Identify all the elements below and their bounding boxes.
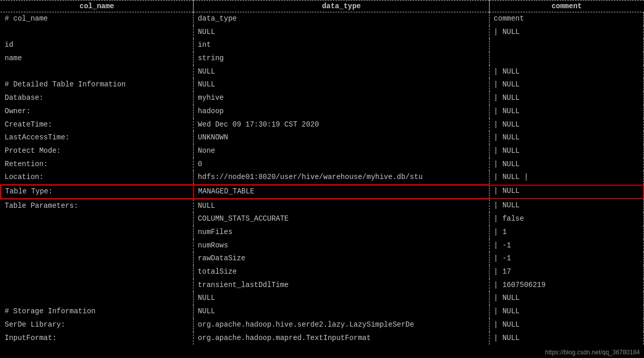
table-header-row: col_name data_type comment bbox=[1, 1, 644, 12]
terminal-window: col_name data_type comment # col_namedat… bbox=[0, 0, 644, 358]
cell-data-type: Wed Dec 09 17:30:19 CST 2020 bbox=[194, 118, 490, 132]
cell-comment: comment bbox=[490, 12, 644, 26]
cell-comment: | NULL bbox=[490, 199, 644, 213]
cell-col-name bbox=[1, 65, 194, 79]
table-row: NULL| NULL bbox=[1, 65, 644, 79]
cell-data-type: NULL bbox=[194, 65, 490, 79]
cell-col-name bbox=[1, 26, 194, 39]
table-row: InputFormat:org.apache.hadoop.mapred.Tex… bbox=[1, 332, 644, 345]
cell-col-name bbox=[1, 252, 194, 265]
cell-comment: | NULL bbox=[490, 332, 644, 345]
cell-col-name: InputFormat: bbox=[1, 332, 194, 345]
table-row: NULL| NULL bbox=[1, 292, 644, 305]
cell-data-type: NULL bbox=[194, 305, 490, 318]
cell-col-name: Table Parameters: bbox=[1, 199, 194, 213]
table-row: # Storage InformationNULL| NULL bbox=[1, 305, 644, 318]
cell-comment: | NULL bbox=[490, 292, 644, 305]
cell-col-name: LastAccessTime: bbox=[1, 131, 194, 145]
cell-col-name bbox=[1, 212, 194, 226]
table-row: COLUMN_STATS_ACCURATE| false bbox=[1, 212, 644, 226]
cell-data-type: hadoop bbox=[194, 105, 490, 118]
cell-data-type: NULL bbox=[194, 78, 490, 92]
table-row: namestring bbox=[1, 52, 644, 65]
table-row: Retention:0| NULL bbox=[1, 158, 644, 171]
header-col-name: col_name bbox=[1, 1, 194, 12]
cell-col-name: Location: bbox=[1, 171, 194, 185]
table-row: rawDataSize| -1 bbox=[1, 252, 644, 265]
cell-data-type: 0 bbox=[194, 158, 490, 171]
cell-comment: | 17 bbox=[490, 265, 644, 279]
cell-comment: | NULL bbox=[490, 78, 644, 92]
cell-comment: | NULL | bbox=[490, 171, 644, 185]
cell-data-type: MANAGED_TABLE bbox=[194, 185, 490, 199]
cell-data-type: None bbox=[194, 145, 490, 158]
cell-comment: | false bbox=[490, 212, 644, 226]
cell-col-name: Protect Mode: bbox=[1, 145, 194, 158]
table-row: Protect Mode:None| NULL bbox=[1, 145, 644, 158]
cell-col-name: name bbox=[1, 52, 194, 65]
table-row: numRows| -1 bbox=[1, 239, 644, 253]
cell-comment: | NULL bbox=[490, 305, 644, 318]
cell-col-name bbox=[1, 279, 194, 292]
cell-col-name: id bbox=[1, 39, 194, 52]
cell-col-name bbox=[1, 226, 194, 239]
table-row: numFiles| 1 bbox=[1, 226, 644, 239]
cell-comment: | 1607506219 bbox=[490, 279, 644, 292]
cell-data-type: rawDataSize bbox=[194, 252, 490, 265]
table-row: transient_lastDdlTime| 1607506219 bbox=[1, 279, 644, 292]
table-row: Table Type:MANAGED_TABLE| NULL bbox=[1, 185, 644, 199]
cell-comment: | -1 bbox=[490, 239, 644, 253]
cell-comment bbox=[490, 52, 644, 65]
cell-data-type: numFiles bbox=[194, 226, 490, 239]
table-row: CreateTime:Wed Dec 09 17:30:19 CST 2020|… bbox=[1, 118, 644, 132]
cell-comment: | NULL bbox=[490, 158, 644, 171]
cell-data-type: COLUMN_STATS_ACCURATE bbox=[194, 212, 490, 226]
watermark: https://blog.csdn.net/qq_36780184 bbox=[545, 349, 640, 356]
cell-data-type: NULL bbox=[194, 292, 490, 305]
cell-col-name: Database: bbox=[1, 92, 194, 105]
cell-col-name: Retention: bbox=[1, 158, 194, 171]
table-row: SerDe Library:org.apache.hadoop.hive.ser… bbox=[1, 318, 644, 332]
table-row: # Detailed Table InformationNULL| NULL bbox=[1, 78, 644, 92]
table-row: LastAccessTime:UNKNOWN| NULL bbox=[1, 131, 644, 145]
table-row: NULL| NULL bbox=[1, 26, 644, 39]
cell-comment: | NULL bbox=[490, 92, 644, 105]
table-row: idint bbox=[1, 39, 644, 52]
cell-data-type: transient_lastDdlTime bbox=[194, 279, 490, 292]
table-row: Location:hdfs://node01:8020/user/hive/wa… bbox=[1, 171, 644, 185]
table-row: Database:myhive| NULL bbox=[1, 92, 644, 105]
cell-data-type: NULL bbox=[194, 26, 490, 39]
header-comment: comment bbox=[490, 1, 644, 12]
table-row: totalSize| 17 bbox=[1, 265, 644, 279]
cell-comment: | NULL bbox=[490, 118, 644, 132]
cell-col-name bbox=[1, 265, 194, 279]
table-row: Owner:hadoop| NULL bbox=[1, 105, 644, 118]
cell-col-name: SerDe Library: bbox=[1, 318, 194, 332]
cell-data-type: NULL bbox=[194, 199, 490, 213]
cell-comment: | NULL bbox=[490, 26, 644, 39]
cell-data-type: UNKNOWN bbox=[194, 131, 490, 145]
hive-describe-table: col_name data_type comment # col_namedat… bbox=[0, 0, 644, 345]
cell-data-type: hdfs://node01:8020/user/hive/warehouse/m… bbox=[194, 171, 490, 185]
cell-comment: | NULL bbox=[490, 131, 644, 145]
cell-data-type: totalSize bbox=[194, 265, 490, 279]
cell-comment: | -1 bbox=[490, 252, 644, 265]
table-row: # col_namedata_typecomment bbox=[1, 12, 644, 26]
cell-comment: | 1 bbox=[490, 226, 644, 239]
cell-data-type: myhive bbox=[194, 92, 490, 105]
cell-comment: | NULL bbox=[490, 145, 644, 158]
cell-comment: | NULL bbox=[490, 65, 644, 79]
cell-comment: | NULL bbox=[490, 105, 644, 118]
cell-data-type: org.apache.hadoop.hive.serde2.lazy.LazyS… bbox=[194, 318, 490, 332]
cell-data-type: int bbox=[194, 39, 490, 52]
cell-col-name: Owner: bbox=[1, 105, 194, 118]
cell-data-type: string bbox=[194, 52, 490, 65]
cell-comment: | NULL bbox=[490, 185, 644, 199]
table-container: col_name data_type comment # col_namedat… bbox=[0, 0, 644, 358]
table-row: Table Parameters:NULL| NULL bbox=[1, 199, 644, 213]
header-data-type: data_type bbox=[194, 1, 490, 12]
cell-comment bbox=[490, 39, 644, 52]
cell-data-type: org.apache.hadoop.mapred.TextInputFormat bbox=[194, 332, 490, 345]
cell-col-name: # col_name bbox=[1, 12, 194, 26]
cell-col-name bbox=[1, 239, 194, 253]
